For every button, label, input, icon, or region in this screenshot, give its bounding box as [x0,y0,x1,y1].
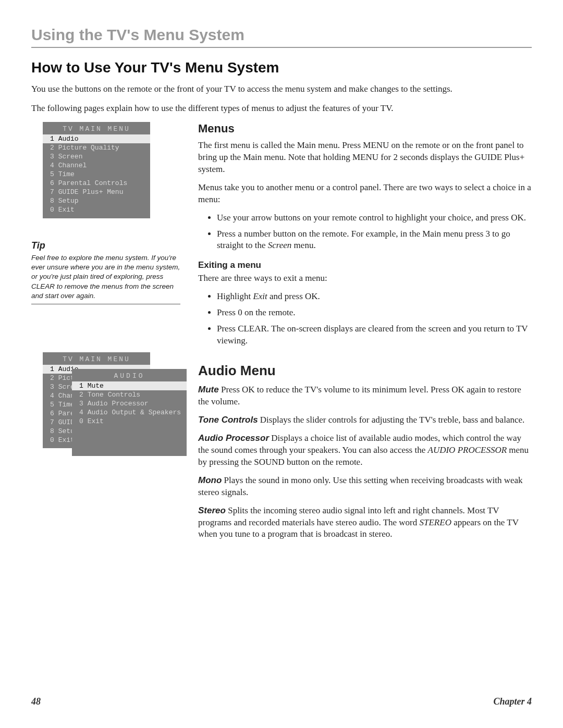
chapter-title: Using the TV's Menu System [31,26,532,44]
osd-row: 7 GUIDE Plus+ Menu [43,188,150,196]
osd-row: 5 Time [43,170,150,179]
menus-p2: Menus take you to another menu or a cont… [198,182,532,206]
audio-menu-heading: Audio Menu [198,363,532,379]
osd-main-menu: TV MAIN MENU 1 Audio 2 Picture Quality 3… [43,122,150,218]
osd-title: TV MAIN MENU [43,125,150,134]
osd-row-selected: 1 Audio [43,134,150,143]
osd-title: TV MAIN MENU [43,355,150,365]
def-mute: Mute Press OK to reduce the TV's volume … [198,384,532,408]
osd-row: 2 Picture Quality [43,143,150,152]
menus-bullet-list: Use your arrow buttons on your remote co… [198,212,532,252]
tip-heading: Tip [31,240,180,251]
osd-row: 6 Parental Controls [43,179,150,188]
def-mono: Mono Plays the sound in mono only. Use t… [198,475,532,499]
def-stereo: Stereo Splits the incoming stereo audio … [198,505,532,541]
exiting-intro: There are three ways to exit a menu: [198,273,532,285]
osd-row: 0 Exit [43,205,150,214]
chapter-label: Chapter 4 [493,696,532,707]
page-number: 48 [31,696,41,707]
list-item: Highlight Exit and press OK. [217,291,532,303]
osd-row: 3 Audio Processor [72,399,187,408]
tip-body: Feel free to explore the menu system. If… [31,253,180,301]
list-item: Press a number button on the remote. For… [217,228,532,252]
menus-p1: The first menu is called the Main menu. … [198,140,532,176]
list-item: Press 0 on the remote. [217,307,532,319]
def-audio-processor: Audio Processor Displays a choice list o… [198,433,532,468]
osd-title: AUDIO [72,372,187,381]
exiting-heading: Exiting a menu [198,260,532,270]
menus-heading: Menus [198,122,532,135]
osd-row: 8 Setup [43,196,150,205]
tip-divider [31,304,180,304]
list-item: Use your arrow buttons on your remote co… [217,212,532,224]
list-item: Press CLEAR. The on-screen displays are … [217,323,532,347]
intro-paragraph-2: The following pages explain how to use t… [31,103,464,115]
osd-row: 2 Tone Controls [72,390,187,399]
osd-row: 3 Screen [43,152,150,161]
def-tone-controls: Tone Controls Displays the slider contro… [198,414,532,426]
divider [31,47,532,48]
osd-row: 4 Audio Output & Speakers [72,408,187,417]
osd-row: 0 Exit [72,417,187,426]
osd-row: 4 Channel [43,161,150,170]
page-title: How to Use Your TV's Menu System [31,59,532,76]
intro-paragraph-1: You use the buttons on the remote or the… [31,83,464,95]
osd-row-selected: 1 Mute [72,381,187,390]
exiting-bullet-list: Highlight Exit and press OK. Press 0 on … [198,291,532,347]
osd-audio-submenu: AUDIO 1 Mute 2 Tone Controls 3 Audio Pro… [72,369,187,456]
